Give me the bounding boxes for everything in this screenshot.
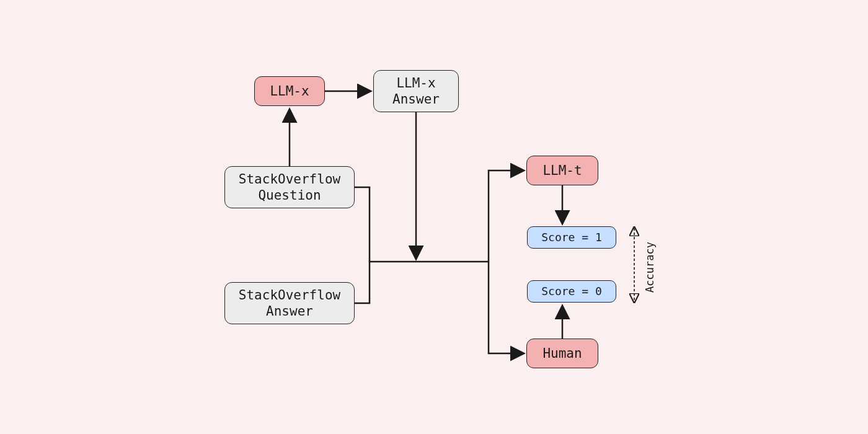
- score-0-node: Score = 0: [527, 280, 616, 303]
- so-question-label: StackOverflow Question: [239, 171, 340, 204]
- llm-t-node: LLM-t: [526, 156, 598, 185]
- llm-x-answer-label: LLM-x Answer: [392, 75, 440, 108]
- human-label: Human: [542, 345, 582, 361]
- so-question-node: StackOverflow Question: [224, 166, 355, 208]
- score-0-label: Score = 0: [541, 285, 602, 299]
- llm-t-label: LLM-t: [542, 162, 582, 179]
- human-node: Human: [526, 339, 598, 368]
- score-1-label: Score = 1: [541, 231, 602, 245]
- llm-x-answer-node: LLM-x Answer: [373, 70, 459, 112]
- so-answer-label: StackOverflow Answer: [239, 287, 340, 320]
- score-1-node: Score = 1: [527, 226, 616, 249]
- llm-x-label: LLM-x: [270, 83, 309, 99]
- arrows-layer: [0, 0, 868, 434]
- llm-x-node: LLM-x: [254, 76, 325, 106]
- so-answer-node: StackOverflow Answer: [224, 282, 355, 324]
- accuracy-label: Accuracy: [644, 242, 656, 293]
